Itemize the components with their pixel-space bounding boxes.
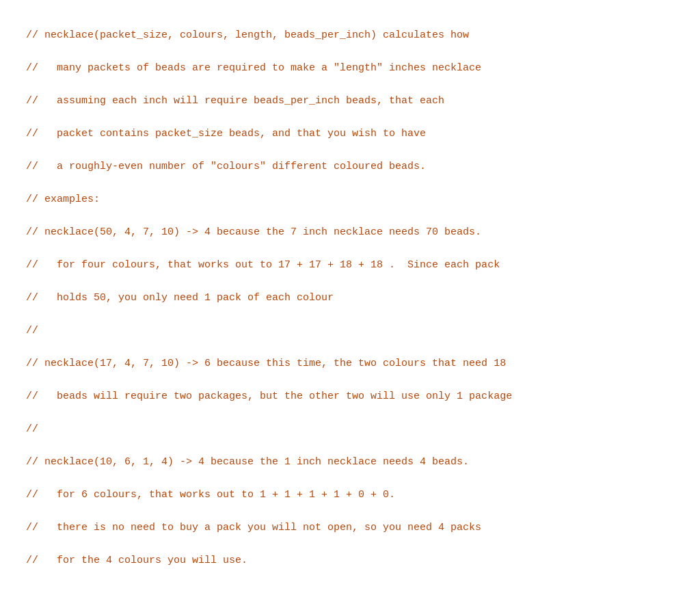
comment-line-8: // for four colours, that works out to 1… [26,259,500,271]
comment-line-10: // [26,325,38,336]
comment-line-17: // for the 4 colours you will use. [26,555,247,566]
comment-line-12: // beads will require two packages, but … [26,391,512,402]
comment-line-16: // there is no need to buy a pack you wi… [26,522,481,533]
comment-line-11: // necklace(17, 4, 7, 10) -> 6 because t… [26,358,506,369]
comment-line-14: // necklace(10, 6, 1, 4) -> 4 because th… [26,456,469,468]
comment-line-4: // packet contains packet_size beads, an… [26,128,426,140]
comment-line-7: // necklace(50, 4, 7, 10) -> 4 because t… [26,226,481,238]
comment-line-15: // for 6 colours, that works out to 1 + … [26,489,395,501]
comment-line-2: // many packets of beads are required to… [26,62,481,74]
comment-line-1: // necklace(packet_size, colours, length… [26,29,469,41]
comment-line-6: // examples: [26,194,100,205]
comment-line-13: // [26,423,38,435]
comment-line-3: // assuming each inch will require beads… [26,95,444,107]
code-container: // necklace(packet_size, colours, length… [14,11,686,608]
comment-line-9: // holds 50, you only need 1 pack of eac… [26,292,334,304]
comment-line-5: // a roughly-even number of "colours" di… [26,161,426,172]
